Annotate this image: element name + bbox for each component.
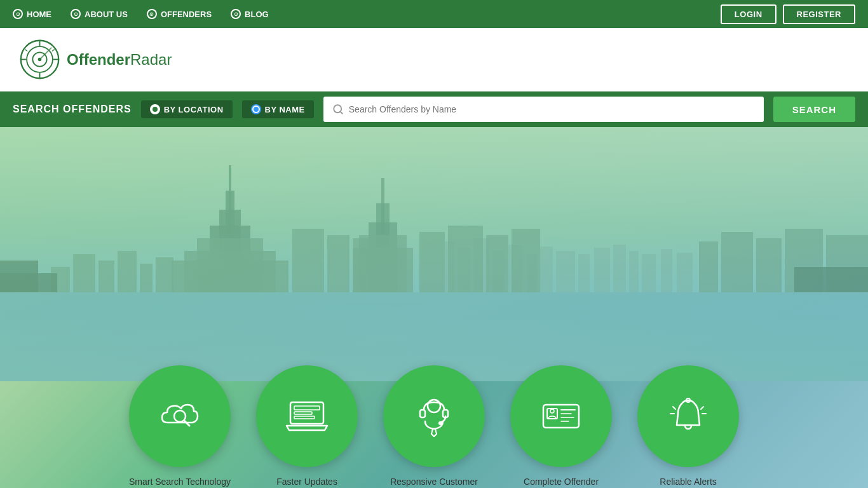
feature-label-faster-updates: Faster Updates	[276, 476, 337, 488]
headset-icon	[409, 391, 459, 442]
svg-line-77	[434, 434, 437, 437]
nav-about[interactable]: ⊙ ABOUT US	[71, 9, 128, 19]
search-input-wrapper	[323, 97, 764, 122]
svg-point-8	[38, 58, 42, 62]
feature-circle-smart-search	[129, 365, 231, 467]
svg-line-75	[435, 429, 437, 434]
feature-customer-service: Responsive CustomerService	[383, 365, 485, 488]
nav-links: ⊙ HOME ⊙ ABOUT US ⊙ OFFENDERS ⊙ BLOG	[13, 9, 269, 19]
search-input[interactable]	[349, 104, 755, 114]
nav-blog[interactable]: ⊙ BLOG	[231, 9, 269, 19]
search-button[interactable]: SEARCH	[773, 97, 855, 122]
feature-label-smart-search: Smart Search Technology	[129, 476, 231, 488]
search-icon	[332, 104, 344, 115]
svg-rect-63	[0, 127, 868, 381]
svg-rect-69	[294, 416, 315, 419]
feature-offender-profiles: Complete OffenderProfiles	[510, 365, 612, 488]
svg-rect-67	[294, 406, 320, 410]
search-bar-label: SEARCH OFFENDERS	[13, 104, 132, 115]
cloud-search-icon	[154, 391, 205, 442]
id-card-icon	[536, 391, 587, 442]
svg-line-9	[25, 50, 27, 51]
laptop-icon	[281, 391, 332, 442]
feature-label-offender-profiles: Complete OffenderProfiles	[524, 476, 599, 488]
by-name-radio[interactable]: BY NAME	[242, 100, 314, 118]
nav-offenders[interactable]: ⊙ OFFENDERS	[147, 9, 212, 19]
feature-faster-updates: Faster Updates	[256, 365, 358, 488]
by-name-radio-indicator	[251, 104, 261, 114]
feature-circle-customer-service	[383, 365, 485, 467]
features-section: Smart Search Technology Faster Updates	[0, 365, 868, 488]
svg-point-80	[550, 409, 554, 413]
feature-alerts: Reliable Alerts	[637, 365, 739, 488]
svg-rect-68	[294, 412, 312, 414]
svg-line-12	[340, 111, 342, 113]
feature-circle-faster-updates	[256, 365, 358, 467]
svg-line-10	[52, 50, 55, 51]
svg-rect-66	[290, 402, 323, 424]
logo-text: OffenderRadar	[67, 51, 172, 69]
logo-bar: OffenderRadar	[0, 28, 868, 92]
home-icon: ⊙	[13, 9, 23, 19]
svg-line-7	[40, 48, 52, 60]
logo-icon	[19, 39, 60, 80]
svg-point-73	[439, 422, 442, 424]
top-navigation: ⊙ HOME ⊙ ABOUT US ⊙ OFFENDERS ⊙ BLOG LOG…	[0, 0, 868, 28]
offenders-icon: ⊙	[147, 9, 157, 19]
svg-line-74	[431, 429, 433, 434]
register-button[interactable]: REGISTER	[783, 4, 855, 24]
feature-label-alerts: Reliable Alerts	[660, 476, 717, 488]
blog-icon: ⊙	[231, 9, 241, 19]
feature-label-customer-service: Responsive CustomerService	[390, 476, 478, 488]
svg-rect-71	[420, 410, 425, 417]
search-bar: SEARCH OFFENDERS BY LOCATION BY NAME SEA…	[0, 92, 868, 127]
feature-smart-search: Smart Search Technology	[129, 365, 231, 488]
about-icon: ⊙	[71, 9, 81, 19]
hero-section: Smart Search Technology Faster Updates	[0, 127, 868, 488]
svg-line-87	[701, 407, 703, 409]
feature-circle-alerts	[637, 365, 739, 467]
by-location-radio[interactable]: BY LOCATION	[141, 100, 233, 118]
bell-icon	[663, 391, 714, 442]
login-button[interactable]: LOGIN	[721, 4, 776, 24]
logo[interactable]: OffenderRadar	[19, 39, 172, 80]
nav-home[interactable]: ⊙ HOME	[13, 9, 51, 19]
nav-auth-buttons: LOGIN REGISTER	[721, 4, 855, 24]
svg-line-86	[673, 407, 675, 409]
feature-circle-offender-profiles	[510, 365, 612, 467]
by-location-radio-indicator	[150, 104, 160, 114]
